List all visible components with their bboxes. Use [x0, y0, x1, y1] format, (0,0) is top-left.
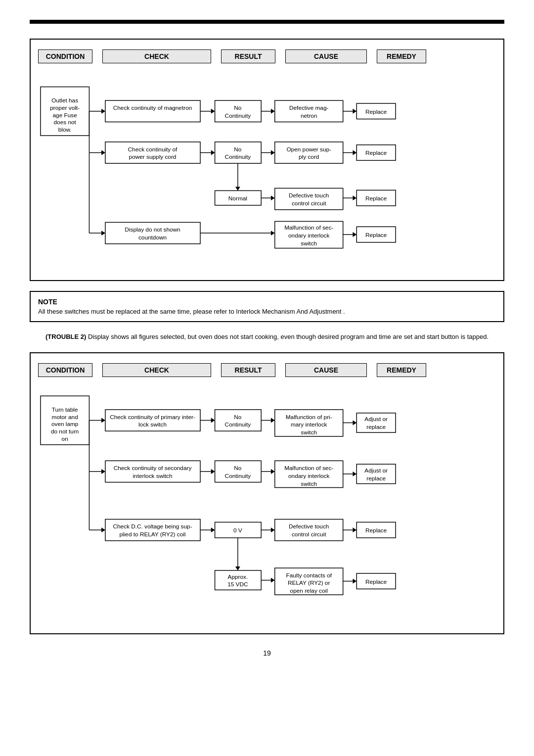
- svg-text:Turn table: Turn table: [52, 406, 78, 413]
- svg-marker-96: [353, 420, 356, 425]
- svg-text:Replace: Replace: [365, 578, 387, 585]
- svg-text:RELAY (RY2) or: RELAY (RY2) or: [288, 579, 330, 586]
- header-condition-1: CONDITION: [38, 49, 92, 63]
- svg-marker-118: [353, 472, 356, 476]
- header-result-1: RESULT: [221, 49, 275, 63]
- svg-text:switch: switch: [301, 480, 317, 487]
- svg-text:countdown: countdown: [138, 234, 167, 241]
- svg-text:control circuit: control circuit: [292, 200, 326, 207]
- svg-text:age Fuse: age Fuse: [53, 112, 78, 119]
- svg-text:Display do not shown: Display do not shown: [125, 226, 180, 233]
- svg-marker-142: [235, 567, 240, 570]
- svg-text:Open power sup-: Open power sup-: [286, 146, 331, 153]
- header-condition-2: CONDITION: [38, 363, 92, 377]
- svg-marker-133: [271, 527, 275, 532]
- svg-text:plied to RELAY (RY2) coil: plied to RELAY (RY2) coil: [120, 531, 186, 538]
- svg-text:mary interlock: mary interlock: [291, 421, 327, 428]
- svg-text:ondary interlock: ondary interlock: [288, 472, 329, 479]
- svg-marker-85: [211, 418, 215, 423]
- svg-text:on: on: [62, 435, 68, 442]
- svg-marker-7: [101, 109, 105, 114]
- svg-text:replace: replace: [366, 474, 386, 481]
- svg-text:does not: does not: [54, 119, 77, 126]
- header-cause-1: CAUSE: [285, 49, 367, 63]
- svg-text:oven lamp: oven lamp: [51, 421, 79, 427]
- header-cause-2: CAUSE: [285, 363, 367, 377]
- svg-text:lock switch: lock switch: [138, 421, 167, 428]
- svg-marker-26: [101, 150, 105, 155]
- svg-text:open relay coil: open relay coil: [290, 587, 328, 594]
- svg-marker-59: [101, 231, 105, 236]
- header-check-2: CHECK: [102, 363, 211, 377]
- diagram2-svg: Turn table motor and oven lamp do not tu…: [38, 384, 496, 622]
- svg-text:Continuity: Continuity: [225, 112, 251, 119]
- svg-text:No: No: [234, 146, 242, 153]
- diagram2-container: CONDITION CHECK RESULT CAUSE REMEDY Turn…: [30, 352, 504, 634]
- svg-text:Adjust or: Adjust or: [364, 467, 388, 474]
- svg-text:Adjust or: Adjust or: [364, 416, 388, 423]
- header-result-2: RESULT: [221, 363, 275, 377]
- svg-marker-41: [353, 150, 356, 155]
- svg-text:No: No: [234, 465, 242, 472]
- header-remedy-1: REMEDY: [377, 49, 426, 63]
- svg-text:Defective touch: Defective touch: [289, 192, 329, 199]
- note-box: NOTE All these switches must be replaced…: [30, 291, 504, 322]
- header-remedy-2: REMEDY: [377, 363, 426, 377]
- svg-marker-129: [211, 527, 215, 532]
- svg-marker-112: [271, 469, 275, 474]
- svg-text:Check continuity of: Check continuity of: [128, 146, 178, 153]
- svg-marker-153: [353, 578, 356, 583]
- svg-text:Continuity: Continuity: [225, 421, 251, 428]
- svg-marker-11: [211, 109, 215, 114]
- svg-marker-124: [101, 527, 105, 532]
- diagram1-svg: Outlet has proper volt- age Fuse does no…: [38, 71, 496, 269]
- svg-marker-70: [353, 232, 356, 237]
- svg-marker-138: [353, 527, 356, 532]
- svg-text:Replace: Replace: [365, 232, 387, 238]
- svg-text:Replace: Replace: [365, 108, 387, 115]
- svg-text:Malfunction of sec-: Malfunction of sec-: [284, 224, 333, 231]
- svg-marker-16: [271, 109, 275, 114]
- svg-text:Defective mag-: Defective mag-: [289, 104, 329, 111]
- svg-text:Faulty contacts of: Faulty contacts of: [286, 572, 332, 579]
- svg-text:netron: netron: [301, 112, 317, 119]
- svg-text:Check continuity of magnetron: Check continuity of magnetron: [113, 104, 192, 111]
- svg-text:Defective touch: Defective touch: [289, 523, 329, 530]
- svg-marker-45: [235, 187, 240, 190]
- svg-text:Check D.C. voltage being sup-: Check D.C. voltage being sup-: [113, 523, 192, 530]
- svg-marker-80: [101, 418, 105, 423]
- svg-text:Continuity: Continuity: [225, 153, 251, 160]
- svg-marker-64: [271, 231, 275, 236]
- svg-text:Replace: Replace: [365, 149, 387, 156]
- svg-text:replace: replace: [366, 424, 386, 430]
- svg-text:No: No: [234, 104, 242, 111]
- svg-text:0 V: 0 V: [233, 527, 242, 534]
- svg-text:Replace: Replace: [365, 195, 387, 202]
- svg-text:blow.: blow.: [58, 126, 72, 133]
- svg-text:Normal: Normal: [228, 195, 247, 202]
- note-text: All these switches must be replaced at t…: [38, 308, 496, 315]
- svg-marker-107: [211, 469, 215, 474]
- header-check-1: CHECK: [102, 49, 211, 63]
- svg-text:interlock switch: interlock switch: [133, 472, 172, 479]
- svg-marker-21: [353, 109, 356, 114]
- svg-text:Outlet has: Outlet has: [51, 97, 78, 104]
- svg-text:motor and: motor and: [52, 413, 78, 420]
- trouble2-description: Display shows all figures selected, but …: [88, 333, 489, 340]
- svg-text:power supply cord: power supply cord: [129, 153, 177, 160]
- svg-marker-49: [271, 195, 275, 200]
- svg-marker-102: [101, 469, 105, 474]
- svg-text:Replace: Replace: [365, 527, 387, 534]
- svg-marker-31: [211, 150, 215, 155]
- trouble2-text: (TROUBLE 2) Display shows all figures se…: [30, 332, 504, 342]
- svg-marker-90: [271, 418, 275, 423]
- svg-text:switch: switch: [301, 240, 317, 247]
- trouble2-label: (TROUBLE 2): [45, 333, 86, 340]
- svg-text:No: No: [234, 413, 242, 420]
- svg-text:Approx.: Approx.: [228, 573, 248, 580]
- diagram1-container: CONDITION CHECK RESULT CAUSE REMEDY Outl…: [30, 39, 504, 281]
- svg-marker-36: [271, 150, 275, 155]
- page-number: 19: [30, 649, 504, 657]
- svg-text:Check continuity of primary in: Check continuity of primary inter-: [110, 413, 195, 420]
- note-title: NOTE: [38, 298, 496, 306]
